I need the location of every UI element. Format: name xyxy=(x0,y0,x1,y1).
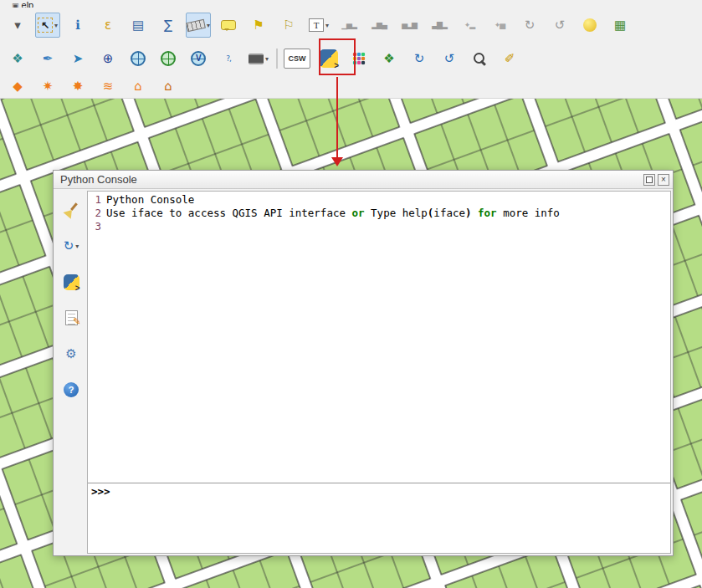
add-layer-icon-art: ⊕ xyxy=(103,53,114,65)
feather-pen-icon[interactable]: ✒ xyxy=(35,46,60,71)
console-output[interactable]: 1Python Console2Use iface to access QGIS… xyxy=(88,192,670,483)
process-tool-icon-2[interactable]: ✦▅ xyxy=(487,13,512,38)
dropdown-chevron-icon[interactable]: ▾ xyxy=(54,22,58,29)
refresh-icon[interactable]: ↻ xyxy=(407,46,432,71)
chart-tool-icon-1-art: ▁▅▂ xyxy=(341,22,356,29)
map-tips-icon-art xyxy=(221,20,236,30)
orange-house-outline-icon[interactable]: ⌂ xyxy=(156,76,181,98)
measure-icon-art xyxy=(186,18,206,31)
statistical-summary-icon-art: ∑ xyxy=(164,19,172,32)
measure-icon[interactable]: ▾ xyxy=(186,13,211,38)
identify-features-icon-art: ℹ xyxy=(75,19,80,32)
search-update-icon[interactable]: ↺ xyxy=(437,46,462,71)
arrow-layer-icon[interactable]: ➤ xyxy=(65,46,90,71)
dropdown-chevron-icon[interactable]: ▾ xyxy=(207,22,210,29)
show-bookmarks-icon-art: ⚐ xyxy=(283,19,294,32)
show-bookmarks-icon[interactable]: ⚐ xyxy=(276,13,301,38)
run-command-icon-art: ↻ xyxy=(64,240,74,253)
highlight-arrow-line xyxy=(336,77,338,157)
show-editor-icon-art xyxy=(65,310,78,325)
chart-tool-icon-3-art: ▅▂▆ xyxy=(402,22,417,29)
csw-button[interactable]: CSW xyxy=(283,46,311,71)
yellow-sphere-icon[interactable] xyxy=(577,13,602,38)
new-bookmark-icon[interactable]: ⚑ xyxy=(246,13,271,38)
vector-tiles-globe-icon-art xyxy=(191,51,206,66)
console-prompt: >>> xyxy=(91,485,110,498)
identify-features-icon[interactable]: ℹ xyxy=(65,13,90,38)
help-icon[interactable] xyxy=(60,379,82,401)
line-number: 2 xyxy=(88,207,106,220)
flame-icon-art: ◆ xyxy=(13,80,23,93)
select-by-expression-icon-art: ε xyxy=(105,19,111,32)
plugin-chip-icon-art xyxy=(249,54,264,64)
menu-partial-label: elp xyxy=(22,0,34,8)
statistical-summary-icon[interactable]: ∑ xyxy=(156,13,181,38)
line-text: Python Console xyxy=(106,193,194,207)
refresh-tool-icon-2-art: ↺ xyxy=(555,19,566,32)
flame-stars-icon-2[interactable]: ✸ xyxy=(65,76,90,98)
toolbar-row-3: ◆✷✸≋⌂⌂ xyxy=(0,74,702,99)
dropdown-chevron-icon[interactable]: ▾ xyxy=(265,55,269,63)
console-input[interactable]: >>> xyxy=(88,483,670,553)
menubar-partial[interactable]: ▣elp xyxy=(0,0,702,8)
help-icon-art xyxy=(64,382,79,397)
console-line: 1Python Console xyxy=(88,193,670,207)
dropdown-chevron-icon[interactable]: ▾ xyxy=(325,22,329,29)
attribute-table-icon-art: ▤ xyxy=(132,19,144,32)
select-by-expression-icon[interactable]: ε xyxy=(95,13,120,38)
chart-tool-icon-4-art: ▃▇▂ xyxy=(432,22,447,29)
data-grid-icon[interactable]: ▦ xyxy=(607,13,633,38)
plugin-installer-icon[interactable]: ❖ xyxy=(377,46,402,71)
orange-house-outline-icon-art: ⌂ xyxy=(164,80,172,93)
chart-tool-icon-3[interactable]: ▅▂▆ xyxy=(397,13,422,38)
style-manager-icon-art: ❖ xyxy=(12,53,23,65)
orange-house-icon[interactable]: ⌂ xyxy=(126,76,151,98)
python-console-titlebar[interactable]: Python Console × xyxy=(54,171,673,189)
chart-tool-icon-4[interactable]: ▃▇▂ xyxy=(427,13,452,38)
process-tool-icon-1[interactable]: ✦▂ xyxy=(457,13,482,38)
metasearch-icon[interactable]: ?, xyxy=(216,46,241,71)
wcs-globe-icon[interactable] xyxy=(156,46,181,71)
chart-tool-icon-1[interactable]: ▁▅▂ xyxy=(336,13,361,38)
line-text: Use iface to access QGIS API interface o… xyxy=(106,207,560,220)
dropdown-chevron-icon[interactable]: ▾ xyxy=(75,243,79,250)
refresh-tool-icon-1[interactable]: ↻ xyxy=(517,13,542,38)
python-console-body: ↻▾⚙ 1Python Console2Use iface to access … xyxy=(54,189,673,555)
float-window-button[interactable] xyxy=(643,174,655,186)
style-manager-icon[interactable]: ❖ xyxy=(5,46,30,71)
chart-tool-icon-2[interactable]: ▂▆▄ xyxy=(366,13,392,38)
select-features-icon-art xyxy=(38,18,53,33)
clear-console-icon[interactable] xyxy=(60,199,82,221)
python-logo-icon[interactable] xyxy=(60,271,82,293)
vector-tiles-globe-icon[interactable] xyxy=(186,46,211,71)
data-grid-icon-art: ▦ xyxy=(614,19,626,32)
refresh-tool-icon-2[interactable]: ↺ xyxy=(547,13,572,38)
wms-globe-icon-art xyxy=(131,51,146,66)
python-logo-icon-art xyxy=(64,274,79,290)
csw-button-art: CSW xyxy=(284,49,310,69)
feather-pen-icon-art: ✒ xyxy=(43,53,54,65)
attribute-table-icon[interactable]: ▤ xyxy=(126,13,151,38)
console-line: 3 xyxy=(88,220,670,233)
flame-layers-icon[interactable]: ≋ xyxy=(95,76,120,98)
run-command-icon[interactable]: ↻▾ xyxy=(60,235,82,257)
overflow-chevron-icon[interactable]: ▾ xyxy=(5,13,30,38)
select-features-icon[interactable]: ▾ xyxy=(35,13,60,38)
flame-stars-icon-2-art: ✸ xyxy=(73,80,84,93)
flame-stars-icon-1[interactable]: ✷ xyxy=(35,76,60,98)
plugin-chip-icon[interactable]: ▾ xyxy=(246,46,271,71)
magic-wand-icon[interactable]: ✐ xyxy=(497,46,522,71)
toolbar-separator xyxy=(276,49,278,69)
search-icon-art xyxy=(473,52,487,66)
options-icon[interactable]: ⚙ xyxy=(60,343,82,365)
flame-icon[interactable]: ◆ xyxy=(5,76,30,98)
show-editor-icon[interactable] xyxy=(60,307,82,329)
wms-globe-icon[interactable] xyxy=(126,46,151,71)
map-tips-icon[interactable] xyxy=(216,13,241,38)
text-annotation-icon[interactable]: ▾ xyxy=(306,13,331,38)
orange-house-icon-art: ⌂ xyxy=(134,80,142,93)
close-window-button[interactable]: × xyxy=(658,174,669,186)
yellow-sphere-icon-art xyxy=(583,18,597,32)
search-icon[interactable] xyxy=(467,46,492,71)
add-layer-icon[interactable]: ⊕ xyxy=(95,46,120,71)
